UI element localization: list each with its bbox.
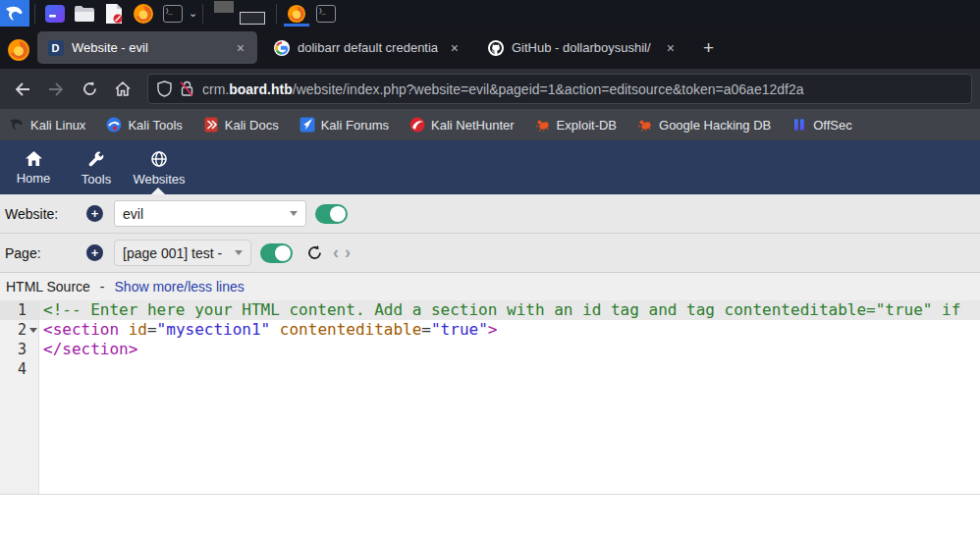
editor-gutter: 1234 (0, 300, 39, 494)
new-tab-button[interactable]: + (693, 35, 724, 61)
code-line[interactable]: </section> (39, 340, 980, 359)
website-select[interactable]: evil (114, 200, 306, 227)
insecure-lock-icon[interactable] (180, 80, 194, 97)
tab-dolibarr-credentials[interactable]: dolibarr default credentia × (263, 31, 471, 64)
show-more-less-link[interactable]: Show more/less lines (115, 279, 245, 295)
source-code-editor[interactable]: 1234 <!-- Enter here your HTML content. … (0, 300, 980, 495)
firefox-icon (287, 4, 306, 24)
tab-title: dolibarr default credentia (298, 40, 440, 55)
firefox-launcher[interactable] (131, 2, 156, 26)
chevron-down-icon (290, 211, 298, 216)
tab-close-icon[interactable]: × (664, 40, 678, 56)
bookmark-kali-tools[interactable]: Kali Tools (106, 117, 182, 133)
tab-github[interactable]: GitHub - dollarboysushil/ × (477, 31, 687, 64)
menu-item-home[interactable]: Home (2, 140, 65, 194)
line-number: 3 (0, 340, 38, 359)
bookmark-label: OffSec (813, 118, 852, 133)
firefox-icon (133, 3, 154, 25)
menu-label: Home (17, 171, 51, 186)
window-manager-launcher[interactable] (42, 2, 68, 26)
bookmark-kali-nethunter[interactable]: Kali NetHunter (409, 117, 515, 133)
website-select-value: evil (123, 206, 143, 222)
fold-toggle-icon[interactable] (29, 328, 37, 333)
kali-menu-button[interactable] (0, 0, 29, 27)
github-favicon (487, 39, 504, 56)
taskbar-window-terminal[interactable]: 〉_ (311, 0, 341, 27)
firefox-app-icon (7, 38, 30, 62)
bookmark-google-hacking-db[interactable]: Google Hacking DB (637, 117, 771, 133)
tab-strip: D Website - evil × dolibarr default cred… (0, 27, 980, 69)
refresh-icon (306, 244, 323, 261)
code-lines[interactable]: <!-- Enter here your HTML content. Add a… (39, 300, 980, 494)
kali-forums-icon (299, 117, 315, 133)
bookmark-exploit-db[interactable]: Exploit-DB (535, 117, 617, 133)
line-number: 4 (0, 359, 38, 379)
html-source-bar: HTML Source - Show more/less lines (0, 273, 980, 300)
kali-nethunter-icon (409, 117, 425, 133)
globe-icon (151, 151, 167, 167)
bookmark-kali-linux[interactable]: Kali Linux (9, 117, 85, 133)
line-number: 1 (0, 300, 38, 320)
bookmark-label: Kali Docs (225, 118, 279, 133)
back-button[interactable] (8, 75, 37, 104)
menu-item-websites[interactable]: Websites (128, 140, 191, 194)
dolibarr-main-menu: Home Tools Websites (0, 140, 980, 194)
taskbar-separator (202, 4, 203, 24)
code-line[interactable]: <section id="mysection1" contenteditable… (39, 320, 980, 340)
bookmark-label: Exploit-DB (557, 118, 617, 133)
active-menu-caret (151, 188, 165, 194)
launcher-dropdown-chevron-icon[interactable]: ⌄ (189, 7, 197, 20)
previous-page-button[interactable]: ‹ (333, 242, 339, 263)
website-label: Website: (0, 206, 86, 222)
bookmark-label: Kali NetHunter (431, 118, 515, 133)
next-page-button[interactable]: › (345, 242, 351, 263)
tab-close-icon[interactable]: × (448, 40, 462, 56)
folder-icon (74, 4, 95, 24)
url-text: crm.board.htb/website/index.php?website=… (202, 81, 804, 97)
taskbar-separator (34, 4, 35, 24)
tab-title: GitHub - dollarboysushil/ (512, 40, 656, 55)
bookmark-offsec[interactable]: OffSec (791, 117, 852, 133)
browser-toolbar: crm.board.htb/website/index.php?website=… (0, 69, 980, 109)
menu-label: Tools (82, 172, 111, 187)
exploit-db-bug-icon (535, 117, 551, 133)
website-status-toggle[interactable] (315, 204, 348, 224)
workspace-1[interactable] (214, 1, 234, 13)
code-line[interactable] (39, 359, 980, 379)
page-status-toggle[interactable] (260, 243, 293, 263)
url-bar[interactable]: crm.board.htb/website/index.php?website=… (147, 74, 972, 104)
bookmark-kali-forums[interactable]: Kali Forums (299, 117, 389, 133)
wrench-icon (88, 151, 104, 167)
document-icon (104, 3, 124, 25)
taskbar-window-firefox[interactable] (282, 0, 311, 27)
workspace-2[interactable] (240, 12, 265, 25)
page-label: Page: (0, 245, 86, 261)
text-editor-launcher[interactable] (101, 2, 127, 26)
menu-item-tools[interactable]: Tools (65, 140, 128, 194)
kali-dragon-icon (5, 5, 25, 23)
code-line[interactable]: <!-- Enter here your HTML content. Add a… (39, 300, 980, 320)
line-number: 2 (0, 320, 38, 340)
kali-taskbar: 〉_ ⌄ 〉_ (0, 0, 980, 27)
refresh-page-button[interactable] (306, 244, 323, 261)
forward-button[interactable] (41, 75, 71, 104)
reload-button[interactable] (75, 75, 104, 104)
home-icon (26, 151, 42, 166)
bookmark-kali-docs[interactable]: Kali Docs (203, 117, 279, 133)
add-page-button[interactable]: + (86, 244, 103, 261)
page-select-value: [page 001] test - … (123, 245, 227, 261)
html-source-title: HTML Source (6, 279, 90, 295)
home-button[interactable] (108, 75, 137, 104)
terminal-icon: 〉_ (163, 5, 183, 23)
tab-close-icon[interactable]: × (234, 40, 247, 56)
tracking-shield-icon[interactable] (157, 80, 172, 97)
page-select[interactable]: [page 001] test - … (114, 240, 251, 266)
add-website-button[interactable]: + (86, 205, 103, 222)
tab-website-evil[interactable]: D Website - evil × (37, 31, 257, 64)
terminal-launcher[interactable]: 〉_ (160, 2, 186, 26)
workspace-pager[interactable] (212, 0, 267, 27)
file-manager-launcher[interactable] (72, 2, 97, 26)
page-row: Page: + [page 001] test - … ‹ › (0, 234, 980, 273)
menu-label: Websites (133, 172, 185, 187)
dolibarr-favicon: D (47, 39, 64, 56)
